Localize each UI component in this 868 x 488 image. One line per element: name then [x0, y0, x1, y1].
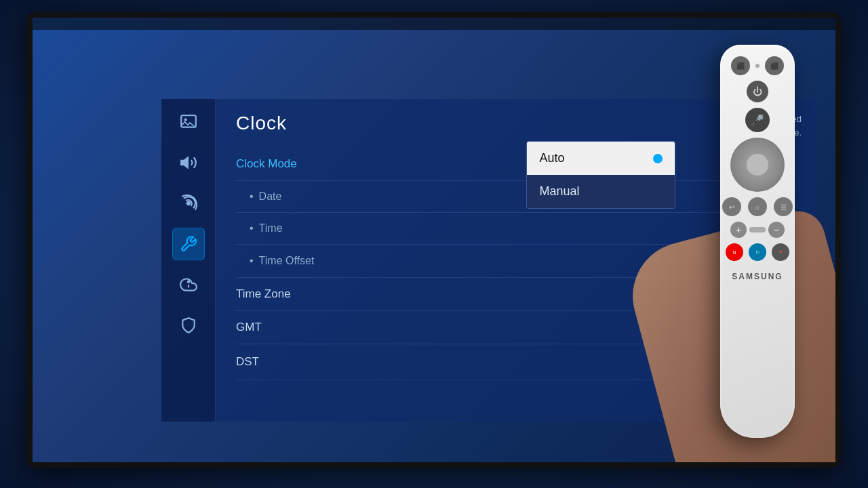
dropdown-option-manual[interactable]: Manual: [527, 175, 675, 208]
time-zone-label: Time Zone: [236, 287, 291, 301]
tv-top-bar: [33, 18, 835, 30]
menu-button[interactable]: ☰: [774, 197, 793, 216]
remote-brand-label: SAMSUNG: [732, 272, 783, 281]
remote-top-buttons: ⬛ ⬛: [731, 56, 784, 75]
svg-marker-2: [181, 157, 188, 167]
svg-point-3: [186, 202, 189, 205]
sidebar-icon-picture[interactable]: [172, 106, 205, 138]
sidebar-icon-support[interactable]: [172, 268, 205, 301]
sidebar-icon-tools[interactable]: [172, 228, 205, 260]
vol-down[interactable]: −: [768, 222, 785, 238]
nav-circle[interactable]: [730, 138, 785, 192]
clock-mode-label: Clock Mode: [236, 157, 297, 171]
sidebar-icon-sound[interactable]: [172, 146, 205, 179]
netflix-button[interactable]: N: [726, 243, 743, 261]
svg-point-1: [184, 119, 186, 121]
tv-bezel: rred g the time. Clock Clock Mode Auto: [27, 12, 841, 468]
sidebar-icon-network[interactable]: [172, 187, 205, 220]
remote-body: ⬛ ⬛ ⏻ 🎤 ↩ ⌂ ☰ + −: [720, 45, 795, 438]
gmt-label: GMT: [236, 321, 262, 334]
power-button[interactable]: ⏻: [747, 81, 768, 102]
clock-mode-dropdown[interactable]: Auto Manual: [526, 141, 675, 209]
selected-indicator: [653, 154, 663, 163]
tv-screen: rred g the time. Clock Clock Mode Auto: [33, 18, 835, 462]
vol-up[interactable]: +: [730, 222, 747, 238]
remote-led: [755, 64, 760, 68]
date-label: Date: [236, 190, 281, 203]
sidebar-icon-security[interactable]: [172, 309, 205, 342]
dst-label: DST: [236, 355, 259, 369]
back-button[interactable]: ↩: [722, 197, 741, 216]
time-offset-label: Time Offset: [236, 255, 314, 267]
prime-button[interactable]: ▷: [749, 243, 766, 261]
remote-button-2[interactable]: ⬛: [765, 56, 784, 75]
remote-button-1[interactable]: ⬛: [731, 56, 750, 75]
dropdown-option-auto[interactable]: Auto: [527, 142, 675, 175]
apps-button[interactable]: 🔻: [772, 243, 789, 261]
mic-button[interactable]: 🎤: [745, 108, 770, 132]
sidebar: [161, 99, 216, 422]
home-button[interactable]: ⌂: [748, 197, 767, 216]
nav-center[interactable]: [747, 154, 768, 176]
remote-control: ⬛ ⬛ ⏻ 🎤 ↩ ⌂ ☰ + −: [683, 45, 832, 462]
volume-row: + −: [730, 222, 785, 238]
remote-back-home-row: ↩ ⌂ ☰: [722, 197, 793, 216]
volume-slider[interactable]: [749, 227, 766, 232]
svg-point-5: [187, 281, 189, 283]
auto-option-label: Auto: [539, 151, 564, 165]
color-buttons: N ▷ 🔻: [726, 243, 789, 261]
time-label: Time: [236, 222, 283, 235]
manual-option-label: Manual: [539, 184, 579, 199]
